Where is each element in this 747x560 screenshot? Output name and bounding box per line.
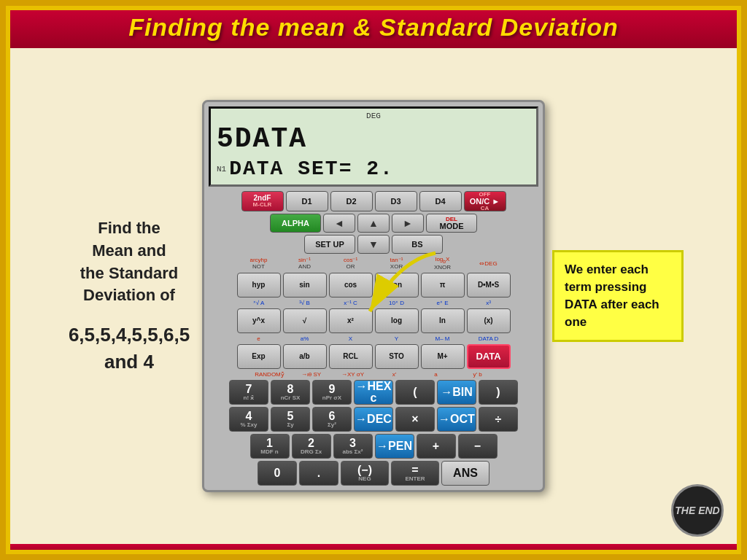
btn-x2[interactable]: x² <box>329 308 373 333</box>
btn-d1[interactable]: D1 <box>286 191 328 211</box>
btn-ln[interactable]: ln <box>421 308 465 333</box>
btn-mode[interactable]: DEL MODE <box>426 214 477 233</box>
callout-box: We enter each term pressing DATA after e… <box>552 250 684 341</box>
label-deg: ⇔DEG <box>467 260 511 267</box>
dataset-text: 6,5,5,4,5,5,6,5 and 4 <box>63 322 195 375</box>
btn-mplus[interactable]: M+ <box>421 344 465 369</box>
button-area: 2ndF M-CLR D1 D2 D3 D4 OFF ON/C ► CA ALP… <box>209 191 538 486</box>
btn-open-paren[interactable]: ( <box>395 380 435 405</box>
btn-d3[interactable]: D3 <box>375 191 417 211</box>
btn-setup[interactable]: SET UP <box>304 235 355 254</box>
right-panel: We enter each term pressing DATA after e… <box>545 243 691 349</box>
instruction-text: Find the Mean and the Standard Deviation… <box>63 217 195 307</box>
btn-sqrt[interactable]: √ <box>283 308 327 333</box>
label-xprime: x' <box>375 371 414 378</box>
calculator-wrapper: DEG 5DATA N1 DATA SET= 2. 2ndF M-CLR D1 <box>202 100 545 492</box>
btn-minus[interactable]: − <box>458 434 498 459</box>
btn-divide[interactable]: ÷ <box>479 407 518 432</box>
display-line1: 5DATA <box>217 123 530 155</box>
btn-rcl[interactable]: RCL <box>329 344 373 369</box>
btn-ab[interactable]: a/b <box>283 344 327 369</box>
btn-bs[interactable]: BS <box>392 235 443 254</box>
btn-tan[interactable]: tan <box>375 273 419 298</box>
btn-close-paren[interactable]: ) <box>479 380 518 405</box>
display-n1: N1 <box>217 165 226 174</box>
btn-row-0: 0 . (−)NEG =ENTER ANS <box>209 461 538 486</box>
label-e: e <box>237 335 281 342</box>
btn-hex[interactable]: →HEX c <box>354 380 393 405</box>
btn-neg[interactable]: (−)NEG <box>341 461 389 486</box>
btn-oct[interactable]: →OCT <box>437 407 476 432</box>
callout-data-word: DATA <box>565 298 597 311</box>
label-mm: M– M <box>421 335 465 342</box>
btn-right[interactable]: ► <box>392 214 424 233</box>
btn-cos[interactable]: cos <box>329 273 373 298</box>
btn-dms[interactable]: D•M•S <box>467 273 511 298</box>
btn-8[interactable]: 8nCr SX <box>271 380 310 405</box>
btn-ans[interactable]: ANS <box>441 461 489 486</box>
btn-row-123: 1MDF n 2DRG Σx 3abs Σx² →PEN + − <box>209 434 538 459</box>
btn-log[interactable]: log <box>375 308 419 333</box>
btn-3[interactable]: 3abs Σx² <box>333 434 373 459</box>
display-deg-label: DEG <box>217 112 530 120</box>
btn-row-func: hyp sin cos tan π D•M•S <box>209 273 538 298</box>
the-end-badge: THE END <box>671 484 724 537</box>
label-x3: x³ <box>467 300 511 306</box>
btn-4[interactable]: 4% Σxy <box>229 407 268 432</box>
btn-sin[interactable]: sin <box>283 273 327 298</box>
btn-pi[interactable]: π <box>421 273 465 298</box>
btn-2[interactable]: 2DRG Σx <box>292 434 331 459</box>
btn-0[interactable]: 0 <box>258 461 297 486</box>
btn-onc[interactable]: OFF ON/C ► CA <box>464 191 506 211</box>
btn-row-3: SET UP ▼ BS <box>209 235 538 254</box>
btn-alpha[interactable]: ALPHA <box>270 214 321 233</box>
btn-dot[interactable]: . <box>299 461 338 486</box>
btn-data[interactable]: DATA <box>467 344 511 369</box>
display-line2: N1 DATA SET= 2. <box>217 158 530 180</box>
btn-dec[interactable]: →DEC <box>354 407 393 432</box>
btn-sto[interactable]: STO <box>375 344 419 369</box>
btn-plus[interactable]: + <box>417 434 456 459</box>
label-archyp: arcyhpNOT <box>237 257 281 270</box>
btn-row-func3-labels: e a% X Y M– M DATA D <box>209 335 538 342</box>
main-content: Find the Mean and the Standard Deviation… <box>6 48 741 544</box>
btn-2ndf[interactable]: 2ndF M-CLR <box>241 191 284 211</box>
label-xa: ˣ√ A <box>237 300 281 306</box>
btn-1[interactable]: 1MDF n <box>250 434 290 459</box>
left-panel: Find the Mean and the Standard Deviation… <box>56 203 202 389</box>
btn-pen[interactable]: →PEN <box>375 434 414 459</box>
btn-row-2: ALPHA ◄ ▲ ► DEL MODE <box>209 214 538 233</box>
label-10d: 10ˣ D <box>375 300 419 306</box>
btn-up[interactable]: ▲ <box>357 214 390 233</box>
label-sin: sin⁻¹AND <box>283 257 327 270</box>
btn-row-func3: Exp a/b RCL STO M+ DATA <box>209 344 538 369</box>
btn-d2[interactable]: D2 <box>330 191 373 211</box>
btn-equals[interactable]: =ENTER <box>391 461 439 486</box>
btn-openp[interactable]: (x) <box>467 308 511 333</box>
btn-5[interactable]: 5Σy <box>271 407 310 432</box>
btn-9[interactable]: 9nPr σX <box>312 380 352 405</box>
callout-text1: We enter each term pressing <box>565 262 649 294</box>
label-random: RANDOMȳ <box>250 371 290 378</box>
label-xy: →XY σY <box>333 371 373 378</box>
calculator: DEG 5DATA N1 DATA SET= 2. 2ndF M-CLR D1 <box>202 100 545 492</box>
btn-hyp[interactable]: hyp <box>237 273 281 298</box>
display-line2-text: DATA SET= 2. <box>229 158 394 180</box>
btn-7[interactable]: 7n! x̄ <box>229 380 268 405</box>
bottom-bar <box>6 544 741 554</box>
btn-exp[interactable]: Exp <box>237 344 281 369</box>
btn-6[interactable]: 6Σy² <box>312 407 352 432</box>
label-exe: eˣ E <box>421 300 465 306</box>
btn-row-func-labels: arcyhpNOT sin⁻¹AND cos⁻¹OR tan⁻¹XOR logb… <box>209 256 538 271</box>
btn-yx[interactable]: y^x <box>237 308 281 333</box>
btn-down[interactable]: ▼ <box>357 235 390 254</box>
btn-row-func2: y^x √ x² log ln (x) <box>209 308 538 333</box>
btn-row-789: 7n! x̄ 8nCr SX 9nPr σX →HEX c ( →BIN ) <box>209 380 538 405</box>
btn-row-1: 2ndF M-CLR D1 D2 D3 D4 OFF ON/C ► CA <box>209 191 538 211</box>
btn-times[interactable]: × <box>395 407 435 432</box>
btn-left[interactable]: ◄ <box>323 214 355 233</box>
label-xinvc: x⁻¹ C <box>329 300 373 306</box>
label-cos: cos⁻¹OR <box>329 257 373 270</box>
btn-bin[interactable]: →BIN <box>437 380 476 405</box>
btn-d4[interactable]: D4 <box>419 191 462 211</box>
